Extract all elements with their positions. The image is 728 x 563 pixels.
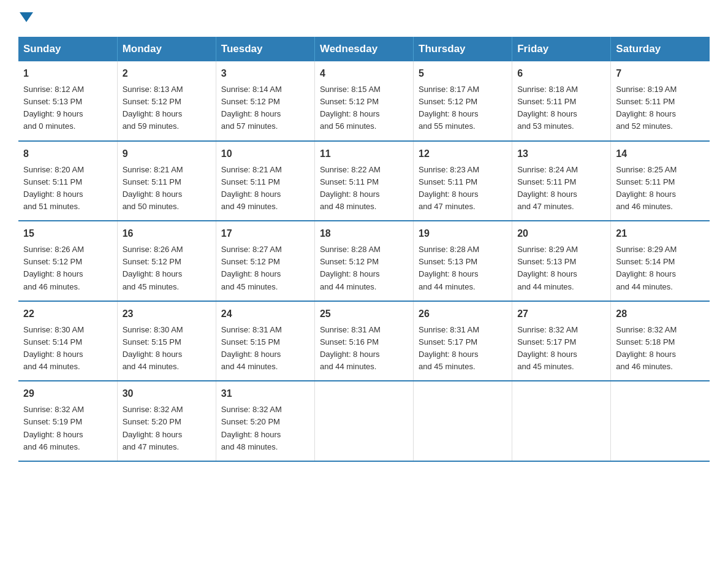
- day-number: 25: [320, 307, 408, 321]
- day-number: 22: [23, 307, 112, 321]
- calendar-cell: 28Sunrise: 8:32 AMSunset: 5:18 PMDayligh…: [611, 301, 710, 381]
- day-number: 9: [123, 147, 211, 161]
- day-info: Sunrise: 8:29 AMSunset: 5:14 PMDaylight:…: [616, 245, 677, 291]
- calendar-cell: 12Sunrise: 8:23 AMSunset: 5:11 PMDayligh…: [414, 141, 512, 221]
- calendar-cell: 8Sunrise: 8:20 AMSunset: 5:11 PMDaylight…: [18, 141, 117, 221]
- day-number: 2: [123, 66, 211, 81]
- calendar-cell: 10Sunrise: 8:21 AMSunset: 5:11 PMDayligh…: [216, 141, 314, 221]
- day-number: 10: [221, 147, 309, 161]
- calendar-cell: [414, 381, 512, 461]
- day-number: 7: [616, 66, 705, 81]
- day-number: 30: [123, 386, 211, 401]
- day-info: Sunrise: 8:14 AMSunset: 5:12 PMDaylight:…: [221, 85, 282, 131]
- calendar-cell: 23Sunrise: 8:30 AMSunset: 5:15 PMDayligh…: [117, 301, 216, 381]
- day-number: 18: [320, 226, 408, 241]
- calendar-cell: 4Sunrise: 8:15 AMSunset: 5:12 PMDaylight…: [314, 61, 413, 141]
- day-info: Sunrise: 8:22 AMSunset: 5:11 PMDaylight:…: [320, 165, 381, 211]
- header-thursday: Thursday: [414, 37, 512, 61]
- calendar-cell: 15Sunrise: 8:26 AMSunset: 5:12 PMDayligh…: [18, 221, 117, 301]
- calendar-cell: 24Sunrise: 8:31 AMSunset: 5:15 PMDayligh…: [216, 301, 314, 381]
- calendar-cell: 5Sunrise: 8:17 AMSunset: 5:12 PMDaylight…: [414, 61, 512, 141]
- day-number: 17: [221, 226, 309, 241]
- calendar-cell: [611, 381, 710, 461]
- calendar-cell: 20Sunrise: 8:29 AMSunset: 5:13 PMDayligh…: [512, 221, 611, 301]
- day-info: Sunrise: 8:30 AMSunset: 5:15 PMDaylight:…: [123, 325, 183, 371]
- day-number: 20: [517, 226, 605, 241]
- header-wednesday: Wednesday: [314, 37, 413, 61]
- header-sunday: Sunday: [18, 37, 117, 61]
- day-number: 31: [221, 386, 309, 401]
- calendar-cell: 31Sunrise: 8:32 AMSunset: 5:20 PMDayligh…: [216, 381, 314, 461]
- calendar-cell: 22Sunrise: 8:30 AMSunset: 5:14 PMDayligh…: [18, 301, 117, 381]
- day-number: 15: [23, 226, 112, 241]
- calendar-cell: 2Sunrise: 8:13 AMSunset: 5:12 PMDaylight…: [117, 61, 216, 141]
- day-info: Sunrise: 8:31 AMSunset: 5:17 PMDaylight:…: [419, 325, 479, 371]
- day-number: 1: [23, 66, 112, 81]
- header-monday: Monday: [117, 37, 216, 61]
- day-number: 19: [419, 226, 507, 241]
- day-number: 3: [221, 66, 309, 81]
- calendar-cell: 29Sunrise: 8:32 AMSunset: 5:19 PMDayligh…: [18, 381, 117, 461]
- logo: [18, 12, 33, 25]
- header-tuesday: Tuesday: [216, 37, 314, 61]
- day-number: 29: [23, 386, 112, 401]
- day-info: Sunrise: 8:21 AMSunset: 5:11 PMDaylight:…: [123, 165, 183, 211]
- day-info: Sunrise: 8:29 AMSunset: 5:13 PMDaylight:…: [517, 245, 578, 291]
- calendar-cell: 21Sunrise: 8:29 AMSunset: 5:14 PMDayligh…: [611, 221, 710, 301]
- day-info: Sunrise: 8:32 AMSunset: 5:17 PMDaylight:…: [517, 325, 578, 371]
- day-info: Sunrise: 8:25 AMSunset: 5:11 PMDaylight:…: [616, 165, 677, 211]
- day-number: 28: [616, 307, 705, 321]
- calendar-table: SundayMondayTuesdayWednesdayThursdayFrid…: [18, 37, 710, 462]
- day-info: Sunrise: 8:20 AMSunset: 5:11 PMDaylight:…: [23, 165, 84, 211]
- calendar-cell: 25Sunrise: 8:31 AMSunset: 5:16 PMDayligh…: [314, 301, 413, 381]
- week-row-2: 8Sunrise: 8:20 AMSunset: 5:11 PMDaylight…: [18, 141, 710, 221]
- calendar-cell: 7Sunrise: 8:19 AMSunset: 5:11 PMDaylight…: [611, 61, 710, 141]
- day-number: 12: [419, 147, 507, 161]
- day-number: 21: [616, 226, 705, 241]
- week-row-4: 22Sunrise: 8:30 AMSunset: 5:14 PMDayligh…: [18, 301, 710, 381]
- day-info: Sunrise: 8:23 AMSunset: 5:11 PMDaylight:…: [419, 165, 479, 211]
- day-info: Sunrise: 8:31 AMSunset: 5:16 PMDaylight:…: [320, 325, 381, 371]
- day-number: 14: [616, 147, 705, 161]
- week-row-3: 15Sunrise: 8:26 AMSunset: 5:12 PMDayligh…: [18, 221, 710, 301]
- day-number: 27: [517, 307, 605, 321]
- calendar-header-row: SundayMondayTuesdayWednesdayThursdayFrid…: [18, 37, 710, 61]
- day-number: 5: [419, 66, 507, 81]
- day-number: 13: [517, 147, 605, 161]
- header-friday: Friday: [512, 37, 611, 61]
- day-number: 8: [23, 147, 112, 161]
- day-info: Sunrise: 8:26 AMSunset: 5:12 PMDaylight:…: [123, 245, 183, 291]
- week-row-5: 29Sunrise: 8:32 AMSunset: 5:19 PMDayligh…: [18, 381, 710, 461]
- calendar-cell: 13Sunrise: 8:24 AMSunset: 5:11 PMDayligh…: [512, 141, 611, 221]
- day-info: Sunrise: 8:19 AMSunset: 5:11 PMDaylight:…: [616, 85, 677, 131]
- week-row-1: 1Sunrise: 8:12 AMSunset: 5:13 PMDaylight…: [18, 61, 710, 141]
- day-number: 23: [123, 307, 211, 321]
- calendar-cell: 16Sunrise: 8:26 AMSunset: 5:12 PMDayligh…: [117, 221, 216, 301]
- logo-arrow-icon: [20, 12, 33, 22]
- header-saturday: Saturday: [611, 37, 710, 61]
- calendar-cell: 17Sunrise: 8:27 AMSunset: 5:12 PMDayligh…: [216, 221, 314, 301]
- day-info: Sunrise: 8:24 AMSunset: 5:11 PMDaylight:…: [517, 165, 578, 211]
- calendar-cell: 14Sunrise: 8:25 AMSunset: 5:11 PMDayligh…: [611, 141, 710, 221]
- calendar-cell: [512, 381, 611, 461]
- calendar-cell: 18Sunrise: 8:28 AMSunset: 5:12 PMDayligh…: [314, 221, 413, 301]
- day-info: Sunrise: 8:27 AMSunset: 5:12 PMDaylight:…: [221, 245, 282, 291]
- day-info: Sunrise: 8:31 AMSunset: 5:15 PMDaylight:…: [221, 325, 282, 371]
- day-info: Sunrise: 8:32 AMSunset: 5:18 PMDaylight:…: [616, 325, 677, 371]
- calendar-cell: 26Sunrise: 8:31 AMSunset: 5:17 PMDayligh…: [414, 301, 512, 381]
- day-info: Sunrise: 8:21 AMSunset: 5:11 PMDaylight:…: [221, 165, 282, 211]
- day-info: Sunrise: 8:26 AMSunset: 5:12 PMDaylight:…: [23, 245, 84, 291]
- day-number: 26: [419, 307, 507, 321]
- page-header: [18, 12, 710, 25]
- calendar-cell: 3Sunrise: 8:14 AMSunset: 5:12 PMDaylight…: [216, 61, 314, 141]
- svg-marker-0: [20, 12, 33, 22]
- day-info: Sunrise: 8:30 AMSunset: 5:14 PMDaylight:…: [23, 325, 84, 371]
- day-info: Sunrise: 8:13 AMSunset: 5:12 PMDaylight:…: [123, 85, 183, 131]
- day-info: Sunrise: 8:32 AMSunset: 5:20 PMDaylight:…: [123, 405, 183, 451]
- day-number: 6: [517, 66, 605, 81]
- day-info: Sunrise: 8:32 AMSunset: 5:20 PMDaylight:…: [221, 405, 282, 451]
- calendar-cell: [314, 381, 413, 461]
- day-number: 16: [123, 226, 211, 241]
- day-number: 11: [320, 147, 408, 161]
- calendar-cell: 30Sunrise: 8:32 AMSunset: 5:20 PMDayligh…: [117, 381, 216, 461]
